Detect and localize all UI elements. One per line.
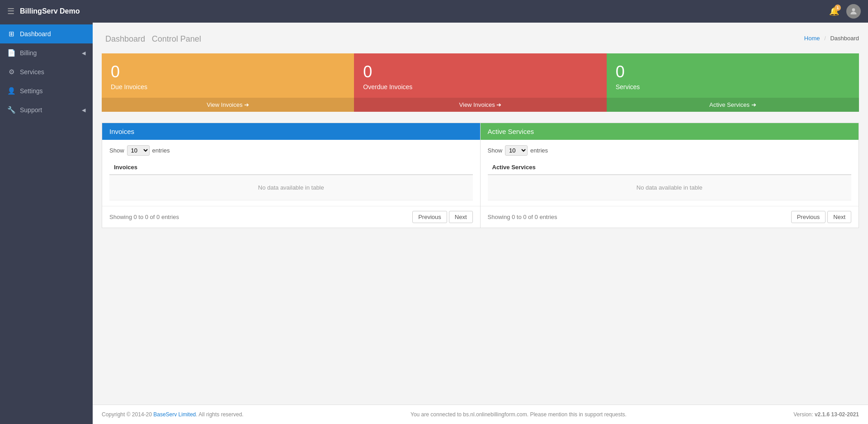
active-services-showing-text: Showing 0 to 0 of 0 entries	[488, 214, 557, 220]
active-services-panel-body: Show 10 25 50 entries Active Services	[481, 140, 859, 206]
invoices-col-header: Invoices	[109, 160, 473, 175]
services-number: 0	[616, 62, 850, 81]
sidebar-item-billing[interactable]: 📄 Billing ◀	[0, 43, 93, 62]
active-services-entries-control: Show 10 25 50 entries	[488, 145, 852, 156]
services-icon: ⚙	[7, 68, 15, 76]
invoices-panel: Invoices Show 10 25 50 entries	[102, 123, 481, 228]
breadcrumb-home-link[interactable]: Home	[804, 35, 820, 42]
services-footer[interactable]: Active Services ➔	[607, 98, 859, 112]
footer-company-link[interactable]: BaseServ Limited	[153, 411, 196, 418]
active-services-table: Active Services No data available in tab…	[488, 160, 852, 200]
support-icon: 🔧	[7, 106, 15, 114]
footer: Copyright © 2014-20 BaseServ Limited. Al…	[93, 405, 868, 424]
active-services-no-data-row: No data available in table	[488, 175, 852, 200]
invoices-panel-header: Invoices	[102, 123, 480, 140]
invoices-entries-select[interactable]: 10 25 50	[127, 145, 150, 156]
sidebar-item-dashboard[interactable]: ⊞ Dashboard	[0, 24, 93, 43]
active-services-next-button[interactable]: Next	[827, 211, 851, 223]
invoices-no-data-row: No data available in table	[109, 175, 473, 200]
sidebar-item-settings[interactable]: 👤 Settings	[0, 81, 93, 100]
footer-copyright: Copyright © 2014-20 BaseServ Limited. Al…	[102, 411, 244, 418]
svg-point-0	[852, 8, 855, 11]
overdue-invoices-label: Overdue Invoices	[363, 83, 597, 91]
invoices-entries-control: Show 10 25 50 entries	[109, 145, 473, 156]
footer-connection: You are connected to bs.nl.onlinebilling…	[410, 411, 627, 418]
billing-icon: 📄	[7, 49, 15, 57]
settings-icon: 👤	[7, 87, 15, 95]
sidebar-item-support[interactable]: 🔧 Support ◀	[0, 100, 93, 119]
stat-card-due-invoices: 0 Due Invoices View Invoices ➔	[102, 53, 354, 112]
invoices-entries-label: entries	[152, 147, 170, 154]
support-arrow-icon: ◀	[82, 107, 85, 113]
hamburger-icon[interactable]: ☰	[7, 6, 14, 16]
footer-version: Version: v2.1.6 13-02-2021	[793, 411, 859, 418]
invoices-table: Invoices No data available in table	[109, 160, 473, 200]
overdue-invoices-footer[interactable]: View Invoices ➔	[354, 98, 606, 112]
sidebar-label-dashboard: Dashboard	[20, 30, 51, 38]
due-invoices-footer[interactable]: View Invoices ➔	[102, 98, 354, 112]
billing-arrow-icon: ◀	[82, 50, 85, 56]
top-bar: ☰ BillingServ Demo 🔔 1	[0, 0, 868, 23]
breadcrumb-current: Dashboard	[830, 35, 859, 42]
active-services-panel: Active Services Show 10 25 50 entries	[481, 123, 859, 228]
page-header: Dashboard Control Panel Home / Dashboard	[102, 32, 859, 44]
notifications-button[interactable]: 🔔 1	[829, 6, 839, 16]
sidebar-nav: ⊞ Dashboard 📄 Billing ◀ ⚙ Services	[0, 23, 93, 119]
breadcrumb-separator: /	[824, 35, 826, 42]
stat-cards: 0 Due Invoices View Invoices ➔ 0 Overdue…	[102, 53, 859, 112]
tables-row: Invoices Show 10 25 50 entries	[102, 123, 859, 228]
stat-card-services: 0 Services Active Services ➔	[607, 53, 859, 112]
active-services-entries-label: entries	[530, 147, 548, 154]
sidebar: ⊞ Dashboard 📄 Billing ◀ ⚙ Services	[0, 23, 93, 424]
active-services-pagination: Previous Next	[791, 211, 851, 223]
invoices-next-button[interactable]: Next	[449, 211, 473, 223]
top-bar-left: ☰ BillingServ Demo	[7, 6, 80, 16]
active-services-entries-select[interactable]: 10 25 50	[505, 145, 528, 156]
notification-badge: 1	[835, 5, 841, 11]
dashboard-icon: ⊞	[7, 30, 15, 38]
sidebar-label-billing: Billing	[20, 49, 37, 57]
due-invoices-label: Due Invoices	[111, 83, 345, 91]
invoices-previous-button[interactable]: Previous	[412, 211, 447, 223]
active-services-no-data-cell: No data available in table	[488, 175, 852, 200]
sidebar-label-settings: Settings	[20, 87, 43, 95]
active-services-panel-header: Active Services	[481, 123, 859, 140]
overdue-invoices-number: 0	[363, 62, 597, 81]
services-label: Services	[616, 83, 850, 91]
invoices-show-label: Show	[109, 147, 124, 154]
sidebar-label-services: Services	[20, 68, 44, 76]
invoices-table-footer: Showing 0 to 0 of 0 entries Previous Nex…	[102, 206, 480, 228]
body-wrap: ⊞ Dashboard 📄 Billing ◀ ⚙ Services	[0, 23, 868, 405]
invoices-pagination: Previous Next	[412, 211, 472, 223]
top-bar-right: 🔔 1	[829, 4, 861, 19]
page-title: Dashboard Control Panel	[102, 32, 201, 44]
invoices-showing-text: Showing 0 to 0 of 0 entries	[109, 214, 179, 220]
active-services-table-footer: Showing 0 to 0 of 0 entries Previous Nex…	[481, 206, 859, 228]
breadcrumb: Home / Dashboard	[804, 35, 859, 42]
sidebar-item-services[interactable]: ⚙ Services	[0, 62, 93, 81]
user-avatar[interactable]	[846, 4, 861, 19]
stat-card-overdue-invoices: 0 Overdue Invoices View Invoices ➔	[354, 53, 606, 112]
page-subtitle: Control Panel	[152, 34, 201, 43]
invoices-no-data-cell: No data available in table	[109, 175, 473, 200]
due-invoices-number: 0	[111, 62, 345, 81]
active-services-previous-button[interactable]: Previous	[791, 211, 826, 223]
main-content: Dashboard Control Panel Home / Dashboard…	[93, 23, 868, 405]
active-services-show-label: Show	[488, 147, 503, 154]
app-brand: BillingServ Demo	[20, 7, 80, 15]
invoices-panel-body: Show 10 25 50 entries Invoices	[102, 140, 480, 206]
sidebar-label-support: Support	[20, 106, 42, 114]
active-services-col-header: Active Services	[488, 160, 852, 175]
